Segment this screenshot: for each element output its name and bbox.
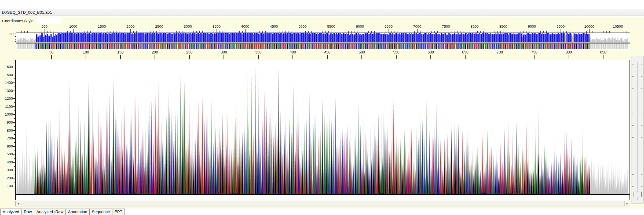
slider-tick: [641, 88, 642, 89]
slider-tick: [641, 186, 642, 187]
scan-ruler-label: 8000: [471, 24, 479, 28]
view-tab-bar: AnalyzedRawAnalyzed+RawAnnotationSequenc…: [0, 209, 644, 215]
scan-ruler-tick: [303, 29, 303, 33]
intensity-axis-label: 100: [1, 184, 13, 188]
scan-ruler-label: 500: [42, 24, 48, 28]
chromatogram-canvas[interactable]: [16, 60, 630, 200]
scroll-left-arrow-icon[interactable]: ◂: [16, 201, 21, 206]
tab-annotation[interactable]: Annotation: [65, 209, 90, 215]
base-ruler-tick: [120, 55, 121, 59]
slider-tick: [632, 162, 634, 162]
file-title-bar: D:\SEQ_STD_002_B01.ab1: [0, 9, 644, 16]
intensity-axis-label: 400: [1, 160, 13, 164]
slider-tick: [632, 76, 634, 77]
intensity-axis-label: 1200: [1, 96, 13, 101]
scan-ruler-tick: [417, 29, 418, 33]
slider-tick: [632, 150, 634, 150]
slider-thumb-handle[interactable]: [634, 192, 642, 197]
slider-track[interactable]: [637, 62, 638, 200]
base-ruler-label: 800: [566, 50, 572, 54]
intensity-axis-major-tick: [13, 178, 15, 178]
base-ruler-label: 50: [49, 50, 54, 54]
scan-ruler-label: 10000: [584, 24, 594, 28]
window-top-margin: [0, 0, 644, 9]
base-ruler-tick: [86, 55, 86, 59]
intensity-axis-major-tick: [13, 83, 15, 83]
intensity-axis-major-tick: [13, 122, 15, 123]
intensity-y-axis: 1002003004005006007008009001000110012001…: [0, 17, 15, 209]
intensity-axis-label: 1300: [1, 89, 13, 93]
base-ruler-label: 700: [497, 50, 503, 54]
intensity-axis-major-tick: [13, 154, 15, 155]
base-ruler-tick: [430, 55, 431, 59]
scan-ruler-tick: [618, 29, 618, 33]
slider-tick: [641, 174, 642, 175]
tab-label: EPT: [115, 209, 122, 214]
scan-ruler-label: 2000: [126, 24, 134, 28]
tab-analyzed[interactable]: Analyzed: [0, 209, 22, 215]
tab-ept[interactable]: EPT: [112, 209, 125, 215]
intensity-axis-major-tick: [13, 114, 15, 115]
scan-ruler-tick: [331, 29, 331, 33]
base-ruler-tick: [327, 55, 328, 59]
slider-tick: [632, 64, 634, 64]
tab-sequence[interactable]: Sequence: [89, 209, 112, 215]
scan-ruler-label: 4000: [241, 24, 249, 28]
scroll-right-arrow-icon[interactable]: ▸: [624, 201, 630, 206]
scan-ruler-tick: [130, 29, 131, 33]
slider-tick: [632, 125, 634, 126]
coordinates-input[interactable]: [37, 18, 62, 24]
scan-ruler-label: 4500: [270, 24, 278, 28]
base-ruler-tick: [51, 55, 52, 59]
base-ruler-tick: [603, 55, 603, 59]
base-ruler-tick: [569, 55, 569, 59]
scan-ruler-label: 8500: [499, 24, 507, 28]
scan-ruler-label: 1000: [69, 24, 77, 28]
base-ruler-label: 200: [152, 50, 158, 54]
scan-ruler-tick: [532, 29, 532, 33]
scan-ruler-label: 2500: [155, 24, 163, 28]
base-ruler-tick: [361, 55, 362, 59]
base-position-ruler: 5010015020025030035040045050055060065070…: [0, 50, 644, 60]
chromatogram-panel[interactable]: [15, 60, 630, 200]
intensity-axis-major-tick: [13, 170, 15, 170]
tab-raw[interactable]: Raw: [21, 209, 34, 215]
file-path-title: D:\SEQ_STD_002_B01.ab1: [2, 10, 52, 15]
scan-ruler-label: 5500: [327, 24, 335, 28]
quality-overview-canvas[interactable]: [16, 33, 630, 42]
scan-ruler-tick: [102, 29, 102, 33]
base-ruler-tick: [500, 55, 500, 59]
scan-ruler-label: 9500: [557, 24, 565, 28]
tab-label: Raw: [24, 209, 32, 214]
base-ruler-label: 600: [428, 50, 434, 54]
base-ruler-tick: [465, 55, 466, 59]
base-ruler-label: 400: [290, 50, 296, 54]
base-ruler-label: 850: [600, 50, 606, 54]
scan-ruler-tick: [389, 29, 389, 33]
slider-tick: [641, 199, 642, 199]
tab-label: Annotation: [68, 209, 87, 214]
horizontal-scrollbar[interactable]: ◂ ▸: [15, 201, 630, 206]
tab-label: Analyzed+Raw: [36, 209, 63, 214]
base-ruler-tick: [155, 55, 155, 59]
intensity-axis-label: 1400: [1, 81, 13, 85]
intensity-axis-label: 500: [1, 152, 13, 156]
slider-tick: [632, 186, 634, 187]
base-ruler-tick: [224, 55, 224, 59]
intensity-axis-major-tick: [13, 130, 15, 131]
quality-overview-panel[interactable]: [16, 33, 630, 42]
intensity-axis-label: 1500: [1, 73, 13, 77]
vertical-scale-slider[interactable]: [631, 56, 643, 203]
slider-tick: [641, 76, 642, 77]
tab-analyzed-raw[interactable]: Analyzed+Raw: [34, 209, 66, 215]
base-ruler-label: 250: [186, 50, 192, 54]
scan-ruler: 5001000150020002500300035004000450050005…: [0, 24, 644, 33]
base-ruler-tick: [189, 55, 190, 59]
scan-ruler-label: 3000: [184, 24, 192, 28]
intensity-axis-label: 800: [1, 128, 13, 132]
scan-ruler-tick: [45, 29, 45, 33]
intensity-axis-major-tick: [13, 146, 15, 147]
basecall-strip-panel[interactable]: [16, 43, 630, 50]
basecall-strip-canvas[interactable]: [16, 44, 630, 49]
scan-ruler-label: 5000: [298, 24, 306, 28]
